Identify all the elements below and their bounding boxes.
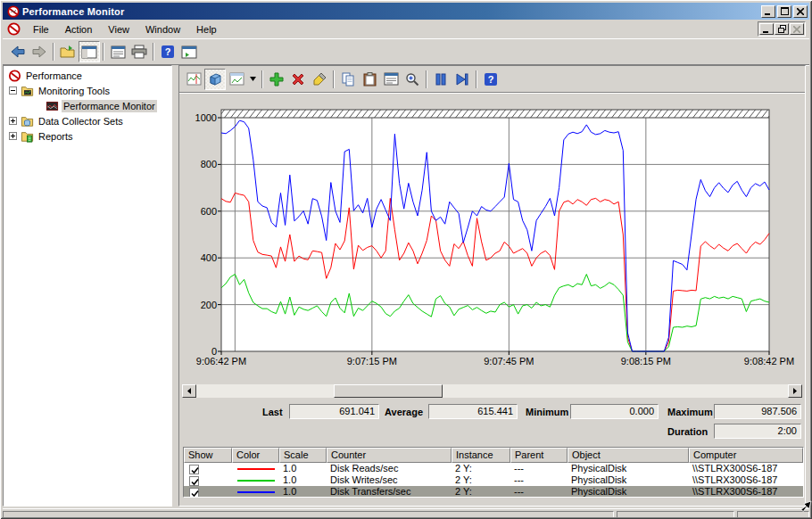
check-icon (190, 489, 200, 498)
performance-monitor-window: Performance Monitor File Action View Win… (0, 0, 812, 519)
copy-icon (341, 72, 355, 86)
expand-expander-icon[interactable] (9, 117, 17, 125)
tree-item-performance-root[interactable]: Performance (5, 68, 171, 83)
console-tree-icon (81, 45, 97, 59)
toolbar-separator (53, 43, 54, 61)
properties-window-button[interactable] (107, 41, 128, 62)
column-header-show[interactable]: Show (184, 448, 232, 463)
pane-splitter[interactable] (172, 65, 178, 507)
menu-file[interactable]: File (25, 21, 57, 37)
column-header-scale[interactable]: Scale (279, 448, 327, 463)
highlight-button[interactable] (309, 69, 330, 90)
delete-counter-button[interactable] (287, 69, 309, 90)
copy-properties-button[interactable] (337, 69, 359, 90)
tree-item-monitoring-tools[interactable]: Monitoring Tools (5, 83, 171, 98)
update-data-button[interactable] (452, 69, 473, 90)
tree-item-label: Performance Monitor (62, 100, 157, 112)
performance-monitor-icon (46, 100, 59, 112)
y-axis-tick-label: 400 (183, 252, 217, 264)
counter-legend-table: Show Color Scale Counter Instance Parent… (183, 447, 804, 498)
chart-help-button[interactable]: ? (480, 69, 501, 90)
column-header-parent[interactable]: Parent (510, 448, 568, 463)
toolbar-separator (261, 70, 263, 88)
duration-value: 2:00 (714, 424, 801, 439)
tree-item-data-collector-sets[interactable]: Data Collector Sets (5, 113, 171, 128)
show-checkbox[interactable] (189, 476, 199, 486)
change-graph-type-button[interactable] (226, 69, 247, 90)
table-row[interactable]: 1.0 Disk Writes/sec 2 Y: --- PhysicalDis… (184, 474, 803, 486)
properties-window-icon (111, 45, 126, 59)
legend-header-row: Show Color Scale Counter Instance Parent… (184, 448, 803, 463)
maximum-value: 987.506 (714, 404, 801, 419)
expand-expander-icon[interactable] (9, 132, 17, 140)
table-row[interactable]: 1.0 Disk Reads/sec 2 Y: --- PhysicalDisk… (184, 463, 803, 474)
svg-text:?: ? (165, 46, 171, 57)
scrollbar-thumb[interactable] (334, 384, 443, 398)
maximum-label: Maximum (667, 406, 713, 418)
change-graph-type-dropdown[interactable] (247, 69, 259, 90)
time-range-scrollbar[interactable] (182, 384, 802, 398)
child-restore-button[interactable] (775, 23, 789, 35)
show-checkbox[interactable] (189, 488, 199, 498)
column-header-counter[interactable]: Counter (327, 448, 452, 463)
export-folder-button[interactable] (57, 41, 79, 62)
console-tree: Performance Monitoring Tools Performance… (3, 65, 172, 507)
show-checkbox[interactable] (189, 465, 199, 474)
y-axis-tick-label: 600 (183, 206, 217, 218)
details-pane: ? 10008006004002000 9:06:42 PM9:07:15 PM… (178, 65, 806, 507)
maximize-icon (781, 7, 789, 15)
child-minimize-button[interactable] (759, 23, 774, 35)
tree-item-performance-monitor[interactable]: Performance Monitor (5, 98, 171, 113)
table-row[interactable]: 1.0 Disk Transfers/sec 2 Y: --- Physical… (184, 486, 803, 498)
line-chart (179, 95, 805, 381)
console-icon (7, 22, 21, 36)
chevron-down-icon (250, 77, 256, 81)
freeze-display-button[interactable] (430, 69, 452, 90)
tree-item-reports[interactable]: Reports (5, 128, 171, 144)
change-graph-type-icon (229, 72, 244, 86)
help-button[interactable]: ? (157, 41, 178, 62)
tree-item-label: Performance (24, 70, 84, 82)
column-header-instance[interactable]: Instance (452, 448, 510, 463)
scale-cell: 1.0 (279, 474, 327, 486)
show-hide-console-tree-button[interactable] (79, 41, 100, 62)
help-icon: ? (161, 45, 175, 59)
collapse-expander-icon[interactable] (9, 86, 17, 95)
performance-graph[interactable]: 10008006004002000 9:06:42 PM9:07:15 PM9:… (179, 95, 805, 381)
view-current-activity-button[interactable] (183, 69, 204, 90)
view-log-data-button[interactable] (204, 69, 226, 90)
paste-counter-list-button[interactable] (359, 69, 380, 90)
toolbar-separator (333, 70, 335, 88)
menu-action[interactable]: Action (57, 21, 101, 37)
titlebar[interactable]: Performance Monitor (3, 3, 809, 20)
scroll-left-button[interactable] (182, 384, 196, 398)
menu-help[interactable]: Help (188, 21, 225, 37)
new-window-button[interactable] (178, 41, 200, 62)
close-button[interactable] (793, 5, 808, 18)
forward-button[interactable] (29, 41, 50, 62)
properties-button[interactable] (380, 69, 402, 90)
mouse-cursor (800, 500, 812, 515)
instance-cell: 2 Y: (452, 474, 510, 486)
parent-cell: --- (510, 474, 568, 486)
scroll-right-button[interactable] (788, 384, 802, 398)
child-close-button[interactable] (790, 23, 804, 35)
menu-view[interactable]: View (100, 21, 137, 37)
add-counter-button[interactable] (266, 69, 287, 90)
column-header-color[interactable]: Color (232, 448, 279, 463)
main-toolbar: ? (3, 39, 809, 65)
maximize-button[interactable] (777, 5, 791, 18)
y-axis-tick-label: 800 (183, 159, 217, 170)
duration-label: Duration (667, 425, 708, 438)
data-collector-sets-folder-icon (21, 115, 34, 128)
zoom-button[interactable] (402, 69, 423, 90)
y-axis-tick-label: 1000 (183, 112, 217, 124)
print-button[interactable] (128, 41, 150, 62)
menu-window[interactable]: Window (137, 21, 188, 37)
minimize-button[interactable] (761, 5, 775, 18)
counter-cell: Disk Transfers/sec (327, 486, 452, 498)
column-header-object[interactable]: Object (568, 448, 689, 463)
column-header-computer[interactable]: Computer (689, 448, 803, 463)
back-button[interactable] (7, 41, 29, 62)
zoom-icon (405, 72, 419, 86)
